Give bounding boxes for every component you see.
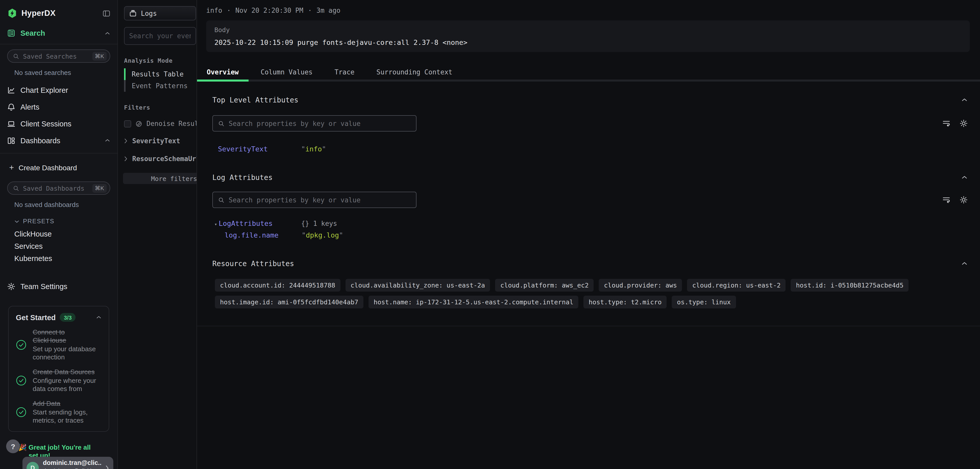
tab-column-values[interactable]: Column Values <box>251 64 322 79</box>
step-subtitle: Start sending logs, metrics, or traces <box>33 408 99 425</box>
sidebar-item-label: Search <box>21 29 45 37</box>
source-selector-button[interactable]: Logs <box>124 6 196 21</box>
chevron-up-icon[interactable] <box>961 175 968 179</box>
property-search-input[interactable]: Search properties by key or value <box>212 192 417 208</box>
resource-pill[interactable]: host.type: t2.micro <box>584 296 667 308</box>
saved-dashboards-input[interactable]: Saved Dashboards ⌘K <box>7 182 110 195</box>
property-search-input[interactable]: Search properties by key or value <box>212 115 417 132</box>
get-started-step[interactable]: Create Data Sources Configure where your… <box>16 368 102 393</box>
chevron-right-icon <box>124 156 127 162</box>
chevron-up-icon[interactable] <box>105 139 110 142</box>
laptop-icon <box>7 120 15 128</box>
section-tools <box>942 196 968 204</box>
avatar: D <box>27 462 39 469</box>
resource-pill[interactable]: host.id: i-0510b81275acbe4d5 <box>791 279 908 292</box>
wrap-lines-icon[interactable] <box>942 196 950 204</box>
gear-icon[interactable] <box>959 196 968 204</box>
event-search-input[interactable]: Search your events... <box>124 27 196 45</box>
resource-pill[interactable]: cloud.region: us-east-2 <box>687 279 786 292</box>
keys-count: {} 1 keys <box>301 219 337 227</box>
wrap-lines-icon[interactable] <box>942 119 950 127</box>
source-label: Logs <box>141 10 157 17</box>
sidebar-item-search[interactable]: Search <box>0 25 118 41</box>
step-title: Connect to ClickHouse <box>33 328 90 345</box>
hyperdx-logo-icon <box>7 8 18 18</box>
step-subtitle: Set up your database connection <box>33 345 99 361</box>
presets-toggle[interactable]: PRESETS <box>0 214 118 228</box>
sidebar-item-alerts[interactable]: Alerts <box>0 98 118 115</box>
archive-box-icon <box>129 10 137 17</box>
preset-clickhouse[interactable]: ClickHouse <box>0 228 118 240</box>
sidebar-item-client-sessions[interactable]: Client Sessions <box>0 115 118 132</box>
check-circle-icon <box>16 339 27 350</box>
get-started-header[interactable]: Get Started 3/3 <box>16 313 102 322</box>
search-icon <box>13 185 19 192</box>
resource-pill[interactable]: cloud.provider: aws <box>599 279 682 292</box>
chevron-up-icon[interactable] <box>105 31 110 35</box>
app: HyperDX Search Saved Searches ⌘K No save… <box>0 0 980 469</box>
attribute-value[interactable]: "dpkg.log" <box>302 231 343 239</box>
tab-trace[interactable]: Trace <box>325 64 364 79</box>
log-header: info · Nov 20 2:20:30 PM · 3m ago <box>206 6 980 14</box>
user-email: dominic.tran@clickho... <box>43 467 101 469</box>
denoise-checkbox[interactable] <box>124 120 131 127</box>
attribute-key[interactable]: log.file.name <box>224 231 302 239</box>
presets-label: PRESETS <box>23 218 54 225</box>
gear-icon <box>7 282 15 290</box>
resource-pill[interactable]: host.name: ip-172-31-12-5.us-east-2.comp… <box>369 296 579 308</box>
log-attributes-toolbar: Search properties by key or value <box>212 192 968 208</box>
sidebar-item-label: Client Sessions <box>21 120 72 128</box>
section-title: Log Attributes <box>212 173 272 182</box>
tab-overview[interactable]: Overview <box>197 64 248 79</box>
get-started-card: Get Started 3/3 Connect to ClickHouse Se… <box>8 306 109 432</box>
body-card: Body 2025-10-22 10:15:09 purge fonts-dej… <box>206 21 970 52</box>
check-circle-icon <box>16 407 27 418</box>
resource-pill[interactable]: cloud.platform: aws_ec2 <box>495 279 593 292</box>
log-detail-drawer: info · Nov 20 2:20:30 PM · 3m ago Body 2… <box>197 0 980 469</box>
user-account-button[interactable]: D dominic.tran@clic... dominic.tran@clic… <box>22 457 113 469</box>
search-icon <box>13 53 19 59</box>
sidebar-item-label: Dashboards <box>21 136 60 144</box>
help-button[interactable]: ? <box>6 439 20 453</box>
attribute-value[interactable]: "info" <box>301 145 326 153</box>
preset-kubernetes[interactable]: Kubernetes <box>0 252 118 265</box>
divider <box>0 153 118 154</box>
sidebar-item-chart-explorer[interactable]: Chart Explorer <box>0 82 118 98</box>
saved-dashboards-placeholder: Saved Dashboards <box>23 184 89 192</box>
shortcut-badge: ⌘K <box>92 184 107 192</box>
noise-icon <box>135 120 142 127</box>
plus-icon: + <box>9 163 14 172</box>
chevron-up-icon[interactable] <box>96 315 102 319</box>
chevron-right-icon <box>105 465 109 469</box>
sidebar-collapse-icon[interactable] <box>103 10 110 17</box>
resource-pill[interactable]: os.type: linux <box>672 296 736 308</box>
sidebar-item-label: Chart Explorer <box>21 86 68 94</box>
sidebar-item-team-settings[interactable]: Team Settings <box>0 278 118 295</box>
section-resource-attributes: Resource Attributes <box>212 260 968 268</box>
section-title: Top Level Attributes <box>212 96 298 104</box>
detail-tabs: Overview Column Values Trace Surrounding… <box>197 64 980 82</box>
attribute-row: SeverityText "info" <box>212 145 968 153</box>
search-icon <box>218 120 224 127</box>
chevron-right-icon <box>124 138 127 144</box>
section-log-attributes: Log Attributes <box>212 173 968 182</box>
body-label: Body <box>215 26 962 34</box>
saved-searches-input[interactable]: Saved Searches ⌘K <box>7 49 110 63</box>
top-level-toolbar: Search properties by key or value <box>212 115 968 132</box>
create-dashboard-button[interactable]: + Create Dashboard <box>0 158 118 177</box>
resource-pill[interactable]: cloud.account.id: 244449518788 <box>215 279 340 292</box>
get-started-step[interactable]: Connect to ClickHouse Set up your databa… <box>16 328 102 361</box>
create-dashboard-label: Create Dashboard <box>19 164 77 172</box>
chevron-up-icon[interactable] <box>961 261 968 266</box>
attribute-key[interactable]: SeverityText <box>218 145 301 153</box>
chevron-up-icon[interactable] <box>961 98 968 102</box>
tab-surrounding-context[interactable]: Surrounding Context <box>367 64 462 79</box>
resource-pill[interactable]: host.image.id: ami-0f5fcdfbd140e4ab7 <box>215 296 363 308</box>
attribute-key[interactable]: ▾LogAttributes <box>215 219 298 227</box>
sidebar-item-dashboards[interactable]: Dashboards <box>0 132 118 149</box>
get-started-step[interactable]: Add Data Start sending logs, metrics, or… <box>16 400 102 425</box>
step-title: Add Data <box>33 400 99 408</box>
resource-pill[interactable]: cloud.availability_zone: us-east-2a <box>345 279 490 292</box>
preset-services[interactable]: Services <box>0 240 118 252</box>
gear-icon[interactable] <box>959 119 968 127</box>
